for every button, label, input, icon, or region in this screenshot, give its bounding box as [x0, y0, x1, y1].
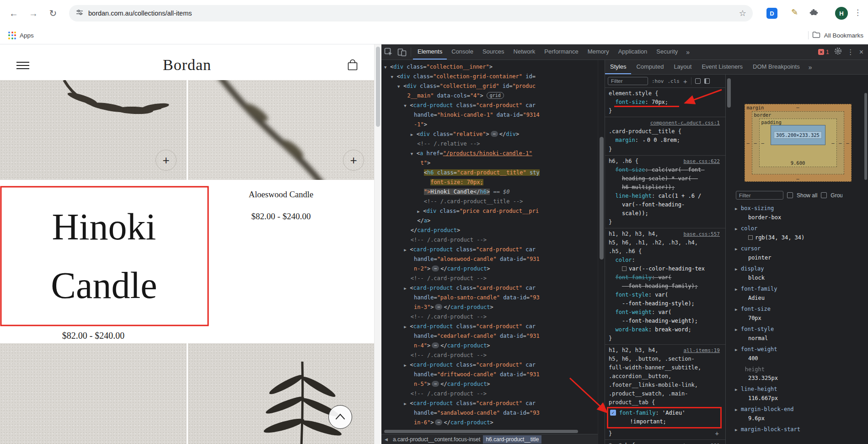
css-source-link[interactable]: base.css:557	[684, 230, 720, 238]
tab-event-listeners[interactable]: Event Listeners	[697, 60, 748, 74]
expander-icon[interactable]: ▶	[735, 406, 741, 414]
product-card-aloeswood[interactable]: Aloeswood Candle $82.00 - $240.00	[188, 190, 374, 222]
expander-icon[interactable]: ▶	[735, 205, 741, 213]
element-classes-button[interactable]: .cls	[668, 78, 680, 84]
reload-button[interactable]: ↻	[45, 5, 61, 21]
css-source-link[interactable]: base.css:221	[684, 441, 720, 444]
dom-horizontal-scrollbar[interactable]	[381, 428, 598, 434]
attribute-link[interactable]: "/products/hinoki-candle-1"	[443, 150, 532, 157]
box-model-content[interactable]: 305.200×233.325	[771, 125, 825, 145]
computed-properties-list[interactable]: ▶ box-sizing border-box▶ color rgb(34, 3…	[732, 204, 863, 434]
inline-expand-button[interactable]: ⋯	[435, 304, 442, 310]
product-image[interactable]	[188, 343, 374, 444]
dom-vertical-scrollbar[interactable]	[598, 60, 605, 444]
product-title-hinoki[interactable]: Hinoki Candle	[0, 187, 208, 325]
expander-icon[interactable]: ▶	[404, 399, 410, 409]
toggle-element-state-button[interactable]: :hov	[652, 78, 664, 84]
scrollbar-thumb[interactable]	[864, 93, 867, 180]
expander-icon[interactable]: ▶	[735, 346, 741, 354]
styles-scrollbar[interactable]	[726, 75, 732, 444]
quick-add-button[interactable]: +	[155, 150, 177, 171]
expander-icon[interactable]: ▶	[735, 385, 741, 394]
expander-icon[interactable]: ▶	[417, 207, 423, 217]
tab-application[interactable]: Application	[614, 44, 652, 60]
css-source-link[interactable]: component-c…oduct.css:1	[650, 119, 720, 127]
color-swatch[interactable]	[748, 235, 753, 240]
computed-panel-toggle-icon[interactable]	[704, 78, 710, 84]
expander-icon[interactable]: ▼	[411, 149, 417, 159]
inline-expand-button[interactable]: ⋯	[432, 342, 439, 348]
product-title-aloeswood[interactable]: Aloeswood Candle	[188, 190, 374, 200]
pencil-extension-icon[interactable]: ✎	[791, 7, 798, 17]
tab-layout[interactable]: Layout	[669, 60, 697, 74]
expander-icon[interactable]: ▶	[735, 285, 741, 294]
devtools-settings-gear-icon[interactable]	[834, 47, 842, 57]
expander-icon[interactable]: ▶	[404, 284, 410, 293]
scrollbar-thumb[interactable]	[727, 78, 731, 108]
tab-network[interactable]: Network	[509, 44, 540, 60]
add-rule-button[interactable]: +	[715, 429, 719, 438]
devtools-menu-icon[interactable]: ⋮	[847, 48, 854, 56]
show-all-checkbox[interactable]	[787, 192, 793, 198]
tab-sources[interactable]: Sources	[478, 44, 509, 60]
expander-icon[interactable]: ▶	[411, 130, 417, 140]
scrollbar-thumb[interactable]	[600, 137, 604, 260]
expander-icon[interactable]: ▼	[391, 72, 396, 82]
expander-icon[interactable]: ▶	[735, 265, 741, 274]
css-source-link[interactable]: base.css:622	[684, 157, 720, 166]
tab-dom-breakpoints[interactable]: DOM Breakpoints	[748, 60, 805, 74]
new-style-rule-button[interactable]: +	[683, 77, 687, 85]
back-button[interactable]: ←	[6, 5, 21, 21]
page-scrollbar[interactable]	[374, 44, 381, 444]
tab-console[interactable]: Console	[447, 44, 478, 60]
computed-filter-input[interactable]	[736, 191, 783, 200]
box-model-margin[interactable]: margin – – – – border – – padding –	[745, 104, 852, 182]
inspect-element-icon[interactable]	[381, 46, 395, 58]
device-toolbar-icon[interactable]	[395, 46, 409, 58]
profile-avatar[interactable]: H	[835, 7, 848, 20]
devtools-close-icon[interactable]: ×	[859, 48, 863, 56]
site-logo[interactable]: Bordan	[0, 56, 374, 74]
css-source-link[interactable]: all-items:19	[684, 346, 720, 355]
extensions-puzzle-icon[interactable]	[809, 8, 819, 19]
css-rules-list[interactable]: element.style { font-size: 70px;}compone…	[605, 88, 725, 444]
browser-menu-icon[interactable]: ⋮	[854, 8, 862, 17]
scrollbar-thumb[interactable]	[384, 430, 578, 433]
forward-button[interactable]: →	[26, 5, 41, 21]
all-bookmarks-button[interactable]: All Bookmarks	[824, 32, 863, 39]
scrollbar-thumb[interactable]	[376, 47, 380, 127]
inline-expand-button[interactable]: ⋯	[435, 419, 442, 425]
more-tabs-icon[interactable]: »	[682, 44, 693, 60]
expander-icon[interactable]: ▶	[735, 225, 741, 233]
inline-expand-button[interactable]: ⋯	[432, 381, 439, 387]
color-swatch[interactable]	[622, 266, 627, 271]
breadcrumb-back-icon[interactable]: ◀	[382, 437, 390, 442]
console-error-badge[interactable]: ✕ 1	[818, 49, 829, 55]
quick-add-button[interactable]: +	[343, 150, 364, 171]
site-info-icon[interactable]	[75, 8, 84, 18]
tab-security[interactable]: Security	[652, 44, 682, 60]
expander-icon[interactable]: ▼	[404, 101, 410, 111]
expander-icon[interactable]: ▶	[404, 245, 410, 255]
expander-icon[interactable]: ▶	[735, 245, 741, 254]
tab-styles[interactable]: Styles	[605, 60, 631, 74]
expander-icon[interactable]: ▶	[735, 305, 741, 314]
expander-icon[interactable]: ▶	[404, 322, 410, 332]
box-model-diagram[interactable]: margin – – – – border – – padding –	[745, 104, 852, 182]
tab-elements[interactable]: Elements	[413, 44, 447, 60]
cart-bag-icon[interactable]	[347, 59, 359, 73]
box-model-padding[interactable]: padding – – 305.200×233.325 9.600	[759, 119, 837, 167]
grid-overlays-icon[interactable]	[695, 78, 701, 84]
styles-filter-input[interactable]	[608, 77, 648, 85]
expander-icon[interactable]: ▶	[735, 325, 741, 334]
shorthand-expand-icon[interactable]: ▸	[642, 138, 647, 143]
inline-expand-button[interactable]: ⋯	[491, 131, 498, 137]
product-image[interactable]: +	[188, 80, 374, 180]
breadcrumb-item-selected[interactable]: h6.card-product__title	[483, 435, 541, 444]
inline-expand-button[interactable]: ⋯	[432, 265, 439, 271]
expander-icon[interactable]: ▶	[735, 426, 741, 434]
scroll-to-top-button[interactable]	[328, 405, 352, 429]
expander-icon[interactable]: ▼	[384, 63, 390, 72]
apps-shortcut[interactable]: Apps	[8, 32, 34, 39]
bookmark-star-icon[interactable]: ☆	[739, 8, 746, 18]
